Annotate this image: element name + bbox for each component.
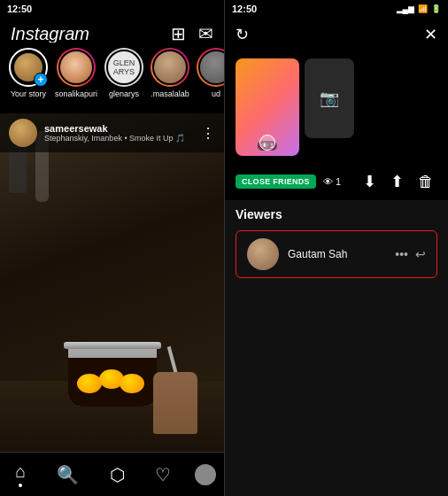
story-item-3[interactable]: .masalalab xyxy=(151,48,189,98)
viewer-count-small: 👁 1 xyxy=(323,176,341,187)
close-icon[interactable]: ✕ xyxy=(424,25,437,44)
nav-reels-icon[interactable]: ⬡ xyxy=(103,457,132,492)
nav-profile-avatar[interactable] xyxy=(195,464,216,485)
nav-heart-icon[interactable]: ♡ xyxy=(148,457,178,492)
story-label-3: .masalalab xyxy=(151,89,189,98)
post-image xyxy=(0,113,224,452)
viewer-row[interactable]: Gautam Sah ••• ↩ xyxy=(236,230,437,278)
story-thumbnails: 👁 1 📷 xyxy=(225,51,448,163)
post-subtitle: Stephanskiy, Imanbek • Smoke It Up 🎵 xyxy=(44,134,194,143)
status-bar-left: 12:50 xyxy=(0,0,224,18)
add-square-icon[interactable]: ⊞ xyxy=(171,23,186,44)
share-icon[interactable]: ⬆ xyxy=(387,170,407,193)
egg-1 xyxy=(77,374,102,393)
badge-count: 1 xyxy=(270,142,274,150)
eye-small-icon: 👁 xyxy=(323,176,333,187)
action-bar: CLOSE FRIENDS 👁 1 ⬇ ⬆ 🗑 xyxy=(225,163,448,200)
status-bar-right: 12:50 ▂▄▆ 📶 🔋 xyxy=(225,0,448,18)
story-label-your-story: Your story xyxy=(11,89,46,98)
delete-icon[interactable]: 🗑 xyxy=(414,171,437,193)
post-username: sameersewak xyxy=(44,123,194,134)
story-item-2[interactable]: GLENARYS glenarys xyxy=(104,48,143,98)
active-story-thumbnail[interactable]: 👁 1 xyxy=(236,58,299,156)
viewer-avatar-img xyxy=(247,238,279,270)
time-right: 12:50 xyxy=(232,4,257,14)
bottom-nav: ⌂ 🔍 ⬡ ♡ xyxy=(0,452,224,496)
story-ring-3 xyxy=(151,48,189,87)
refresh-icon[interactable]: ↻ xyxy=(236,25,249,44)
story-avatar-3 xyxy=(152,50,188,85)
egg-3 xyxy=(120,374,144,393)
viewer-count-number: 1 xyxy=(336,176,341,187)
viewer-name: Gautam Sah xyxy=(288,248,386,260)
feed-post: sameersewak Stephanskiy, Imanbek • Smoke… xyxy=(0,113,224,452)
inactive-story-thumbnail[interactable]: 📷 xyxy=(305,58,354,138)
status-icons: ▂▄▆ 📶 🔋 xyxy=(397,4,441,13)
message-icon[interactable]: ✉ xyxy=(198,23,213,44)
instagram-logo: Instagram xyxy=(11,24,89,44)
story-avatar-1 xyxy=(58,50,94,85)
hand xyxy=(153,372,197,434)
download-icon[interactable]: ⬇ xyxy=(359,170,380,193)
battery-icon: 🔋 xyxy=(431,4,441,13)
viewers-section: Viewers xyxy=(225,200,448,230)
viewer-count-badge: 👁 1 xyxy=(258,141,277,151)
viewer-actions: ••• ↩ xyxy=(395,247,426,261)
more-options-icon[interactable]: ••• xyxy=(395,247,408,261)
close-friends-badge[interactable]: CLOSE FRIENDS xyxy=(236,174,316,189)
reply-icon[interactable]: ↩ xyxy=(415,247,426,261)
cooking-scene xyxy=(0,113,224,452)
wifi-icon: 📶 xyxy=(418,4,428,13)
post-info: sameersewak Stephanskiy, Imanbek • Smoke… xyxy=(44,123,194,143)
camera-thumb-icon: 📷 xyxy=(320,89,339,108)
post-avatar xyxy=(9,119,37,147)
story-item-your-story[interactable]: + Your story xyxy=(9,48,48,98)
nav-home-icon[interactable]: ⌂ xyxy=(8,454,33,494)
header-icons: ⊞ ✉ xyxy=(171,23,213,44)
right-panel: 12:50 ▂▄▆ 📶 🔋 ↻ ✕ 👁 1 📷 CLOSE FRIENDS 👁 … xyxy=(225,0,448,496)
stories-row: + Your story sonalikapuri GLENARYS glena… xyxy=(0,43,224,104)
story-item-4[interactable]: ud xyxy=(197,48,224,98)
story-label-2: glenarys xyxy=(109,89,139,98)
story-ring-2: GLENARYS xyxy=(104,48,143,87)
pot-body xyxy=(68,349,157,407)
right-top-bar: ↻ ✕ xyxy=(225,18,448,51)
story-label-4: ud xyxy=(212,89,220,98)
time-left: 12:50 xyxy=(7,4,32,14)
your-story-wrapper: + xyxy=(9,48,48,87)
add-story-icon: + xyxy=(34,73,48,87)
pot xyxy=(68,345,157,416)
left-panel: 12:50 Instagram ⊞ ✉ + Your story sonalik… xyxy=(0,0,224,496)
story-item-1[interactable]: sonalikapuri xyxy=(55,48,97,98)
story-label-1: sonalikapuri xyxy=(55,89,97,98)
nav-search-icon[interactable]: 🔍 xyxy=(50,457,86,492)
story-avatar-2: GLENARYS xyxy=(106,50,142,85)
eye-badge-icon: 👁 xyxy=(261,142,268,150)
story-ring-4 xyxy=(197,48,224,87)
story-ring-1 xyxy=(57,48,96,87)
post-header: sameersewak Stephanskiy, Imanbek • Smoke… xyxy=(0,113,224,152)
pot-rim xyxy=(64,342,161,349)
viewer-avatar xyxy=(247,238,279,270)
signal-icon: ▂▄▆ xyxy=(397,4,414,13)
post-more-icon[interactable]: ⋮ xyxy=(201,125,215,142)
viewers-title: Viewers xyxy=(236,207,437,221)
story-avatar-4 xyxy=(198,50,224,85)
